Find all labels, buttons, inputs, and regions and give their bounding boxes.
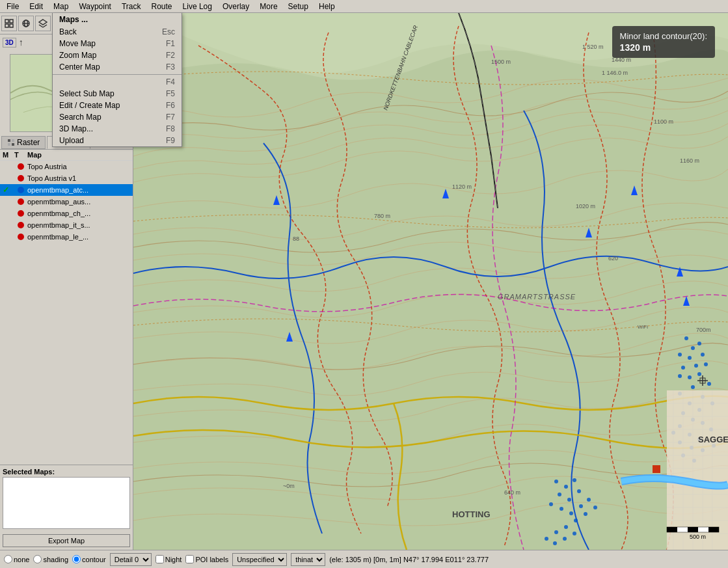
map-list-item[interactable]: openmtbmap_it_s... <box>0 219 133 231</box>
menu-route[interactable]: Route <box>146 1 178 12</box>
detail-select[interactable]: Detail 0Detail 1Detail 2Detail 3 <box>110 553 152 566</box>
svg-point-70 <box>553 541 557 545</box>
dropdown-back[interactable]: Back Esc <box>53 26 182 38</box>
map-area[interactable]: WiFi WiFi WiFi GRAMARTSTRASSE HOTTING SA… <box>133 13 728 550</box>
svg-point-54 <box>564 485 568 489</box>
menu-waypoint[interactable]: Waypoint <box>74 1 116 12</box>
dropdown-move-map[interactable]: Move Map F1 <box>53 38 182 49</box>
map-type-icon-5 <box>14 210 27 217</box>
svg-text:700m: 700m <box>696 327 711 333</box>
svg-line-8 <box>39 25 43 27</box>
toolbar-grid-btn[interactable] <box>1 16 17 31</box>
icon-arrow-up[interactable]: ↑ <box>19 37 23 47</box>
export-map-button[interactable]: Export Map <box>3 534 130 547</box>
poi-label: POI labels <box>195 556 228 563</box>
checkbox-night[interactable]: Night <box>155 555 182 563</box>
svg-point-60 <box>559 507 563 511</box>
svg-point-28 <box>704 362 708 366</box>
svg-text:WiFi: WiFi <box>638 324 648 330</box>
tooltip-value: 1320 m <box>620 42 707 53</box>
map-list-item[interactable]: Topo Austria v1 <box>0 172 133 184</box>
map-list-item[interactable]: Topo Austria <box>0 161 133 172</box>
toolbar-globe-btn[interactable] <box>18 16 34 31</box>
checkbox-poi[interactable]: POI labels <box>185 555 228 563</box>
dropdown-zoom-map[interactable]: Zoom Map F2 <box>53 49 182 61</box>
map-type-icon-2 <box>14 175 27 182</box>
poi-checkbox-input[interactable] <box>185 555 194 563</box>
svg-point-72 <box>573 532 576 535</box>
svg-point-23 <box>688 356 692 360</box>
tab-raster[interactable]: Raster <box>1 136 46 149</box>
svg-point-32 <box>707 382 711 386</box>
coords-text: (ele: 1305 m) [0m, 1m] N47° 17.994 E011°… <box>329 556 489 563</box>
menu-edit[interactable]: Edit <box>24 1 48 12</box>
selected-maps-section: Selected Maps: <box>0 465 133 532</box>
svg-point-33 <box>691 385 695 389</box>
maps-dropdown: Maps ... Back Esc Move Map F1 Zoom Map F… <box>52 13 182 147</box>
svg-marker-7 <box>39 20 47 25</box>
map-canvas: WiFi WiFi WiFi GRAMARTSTRASSE HOTTING SA… <box>133 13 728 550</box>
svg-point-20 <box>684 336 688 340</box>
dropdown-upload[interactable]: Upload F9 <box>53 135 182 146</box>
radio-contour-label: contour <box>82 556 106 563</box>
menu-help[interactable]: Help <box>314 1 340 12</box>
svg-point-21 <box>691 346 695 350</box>
map-check-3: ✓ <box>3 185 14 195</box>
radio-none-input[interactable] <box>4 555 12 563</box>
unspecified-select[interactable]: Unspecified <box>232 553 287 566</box>
svg-point-57 <box>567 498 571 502</box>
map-list-header: M T Map <box>0 150 133 161</box>
statusbar: none shading contour Detail 0Detail 1Det… <box>0 550 728 568</box>
svg-point-64 <box>593 506 597 509</box>
dropdown-search-map[interactable]: Search Map F7 <box>53 111 182 123</box>
radio-shading[interactable]: shading <box>33 555 68 563</box>
radio-none-label: none <box>14 556 29 563</box>
radio-contour-input[interactable] <box>72 555 81 563</box>
dropdown-sep1 <box>53 74 182 75</box>
menu-more[interactable]: More <box>254 1 282 12</box>
svg-point-55 <box>573 478 576 482</box>
svg-rect-17 <box>12 143 14 146</box>
map-type-icon-4 <box>14 198 27 205</box>
dropdown-select-sub-map[interactable]: Select Sub Map F5 <box>53 88 182 100</box>
map-list-item-selected[interactable]: ✓ openmtbmap_atc... <box>0 184 133 196</box>
map-list-item[interactable]: openmtbmap_ch_... <box>0 208 133 219</box>
toolbar-layers-btn[interactable] <box>35 16 51 31</box>
icon-3d[interactable]: 3D <box>3 38 16 47</box>
svg-rect-120 <box>688 527 698 532</box>
night-label: Night <box>165 556 182 563</box>
dropdown-edit-create-map[interactable]: Edit / Create Map F6 <box>53 100 182 111</box>
menu-map[interactable]: Map <box>48 1 74 12</box>
svg-rect-119 <box>667 527 677 532</box>
svg-text:SAGGEN: SAGGEN <box>698 435 728 444</box>
map-name-2: Topo Austria v1 <box>27 174 130 182</box>
svg-text:1 520 m: 1 520 m <box>582 44 604 50</box>
svg-point-24 <box>678 353 682 357</box>
map-type-icon-3 <box>14 187 27 193</box>
svg-point-71 <box>563 537 567 541</box>
night-checkbox-input[interactable] <box>155 555 164 563</box>
radio-contour[interactable]: contour <box>72 555 106 563</box>
menu-livelog[interactable]: Live Log <box>178 1 217 12</box>
svg-point-67 <box>564 525 568 529</box>
svg-line-9 <box>43 25 47 27</box>
map-name-3: openmtbmap_atc... <box>27 186 130 194</box>
map-list-item[interactable]: openmtbmap_aus... <box>0 196 133 208</box>
svg-text:640 m: 640 m <box>504 489 520 496</box>
radio-shading-input[interactable] <box>33 555 42 563</box>
svg-rect-3 <box>10 24 13 27</box>
map-list-item[interactable]: openmtbmap_le_... <box>0 231 133 243</box>
menu-track[interactable]: Track <box>116 1 146 12</box>
selected-maps-label: Selected Maps: <box>3 468 130 476</box>
svg-text:1100 m: 1100 m <box>654 118 673 125</box>
dropdown-f4[interactable]: F4 <box>53 76 182 88</box>
svg-rect-121 <box>708 527 719 532</box>
dropdown-center-map[interactable]: Center Map F3 <box>53 61 182 73</box>
dropdown-3d-map[interactable]: 3D Map... F8 <box>53 123 182 135</box>
user-select[interactable]: thinat <box>291 553 325 566</box>
menu-overlay[interactable]: Overlay <box>217 1 254 12</box>
selected-maps-box <box>3 477 130 529</box>
radio-none[interactable]: none <box>4 555 29 563</box>
menu-setup[interactable]: Setup <box>283 1 314 12</box>
menu-file[interactable]: File <box>1 1 24 12</box>
